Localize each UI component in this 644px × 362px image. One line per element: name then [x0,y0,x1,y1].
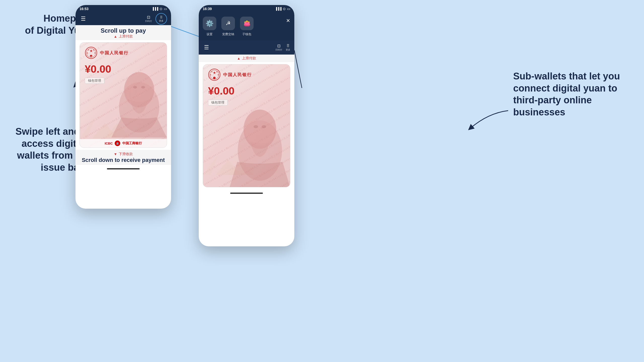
right-wifi-icon: ⊙ [283,7,286,11]
scroll-down-section: ▼ 下滑收款 Scroll down to receive payment [75,150,171,165]
right-signal-icon: ▐▐▐ [275,7,281,11]
svg-point-21 [133,86,137,88]
right-wallet-label: 钱包管理 [208,99,285,106]
svg-text:RMB: RMB [89,56,93,57]
right-battery-icon: ▭ [287,7,290,11]
svg-text:★: ★ [94,52,96,54]
scan-icon[interactable]: ⊡ 扫码付 [145,15,152,23]
phone-left: 16:53 ▐▐▐ ⊙ ▭ ☰ ⊡ 扫码付 ⠿ 更多 Scroll up to … [75,5,171,209]
balance-amount-left: ¥0.00 [85,63,162,75]
balance-section-left: ¥0.00 钱包管理 [80,61,167,86]
svg-point-44 [254,125,258,128]
party-icon: ☭ [221,17,235,30]
svg-text:★: ★ [93,49,94,51]
home-bar-left [107,168,140,169]
dropdown-panel: ⚙️ 设置 ☭ 党费交纳 👛 子钱包 ✕ [199,13,294,40]
scroll-up-english: Scroll up to pay [75,27,171,34]
right-bank-name: 中国人民银行 [223,72,252,78]
icbc-name-left: 中国工商银行 [122,141,142,146]
menu-item-subwallet[interactable]: 👛 子钱包 [240,17,254,36]
bank-name-left: 中国人民银行 [100,50,129,56]
right-scan-icon[interactable]: ⊡ 扫码付 [275,43,282,52]
svg-point-22 [141,86,145,88]
svg-text:★: ★ [87,52,88,54]
battery-icon: ▭ [164,7,167,11]
mao-portrait-right [230,104,290,187]
annotation-subwallets-text: Sub-wallets that let you connect digital… [513,71,620,117]
scroll-up-chinese-row: ▲ 上滑付款 [75,34,171,39]
svg-text:★: ★ [217,74,219,76]
icbc-code: ICBC [105,142,113,145]
right-nav-icons-right: ⊡ 扫码付 ⠿ 更多 [275,43,290,52]
right-status-icons: ▐▐▐ ⊙ ▭ [275,7,290,11]
scroll-down-chinese: 下滑收款 [119,152,133,156]
card-footer-left: ICBC 🏦 中国工商银行 [80,139,167,148]
home-indicator-left [75,165,171,172]
wallet-label-left: 钱包管理 [85,77,162,84]
svg-text:★: ★ [216,71,218,73]
wifi-icon: ⊙ [159,7,163,11]
right-scroll-chinese-row: ▲ 上滑付款 [199,56,294,61]
right-secondary-nav: ☰ ⊡ 扫码付 ⠿ 更多 [199,40,294,55]
right-card-header: ★ ★ ★ ★ ★ 中国人民银行 [203,64,290,83]
card-header-left: ★ ★ ★ ★ ★ RMB 中国人民银行 [80,42,167,61]
left-time: 16:53 [79,7,89,11]
home-bar-right [230,193,263,194]
scroll-down-arrow-icon: ▼ [114,152,117,156]
rmb-card-left: 105¥100元人民币2020 ★ [79,42,167,148]
more-button[interactable]: ⠿ 更多 [155,13,167,25]
party-label: 党费交纳 [222,32,234,36]
right-hamburger-icon[interactable]: ☰ [203,44,210,51]
right-balance-amount: ¥0.00 [208,85,285,97]
right-more-icon[interactable]: ⠿ 更多 [286,43,290,52]
menu-item-settings[interactable]: ⚙️ 设置 [203,17,216,36]
scroll-up-arrow-icon: ▲ [114,34,117,38]
menu-item-party[interactable]: ☭ 党费交纳 [221,17,235,36]
svg-point-45 [262,125,266,128]
home-indicator-right [199,189,294,197]
svg-point-40 [213,77,216,79]
scroll-up-chinese: 上滑付款 [119,34,133,39]
subwallet-label: 子钱包 [242,32,251,36]
scroll-down-english: Scroll down to receive payment [75,157,171,163]
right-scroll-up: ▲ 上滑付款 [199,55,294,62]
scroll-up-section: Scroll up to pay ▲ 上滑付款 [75,25,171,40]
svg-text:★: ★ [213,71,216,75]
arrow-subwallets [463,106,513,136]
icbc-logo-left: 🏦 [115,141,120,146]
close-button[interactable]: ✕ [286,17,290,24]
hamburger-icon[interactable]: ☰ [79,16,87,22]
svg-text:★: ★ [88,49,89,51]
rmb-card-right: 105¥100元人民币2020 ★ ★ ★ ★ ★ [203,64,290,187]
settings-icon: ⚙️ [203,17,216,30]
svg-text:★: ★ [211,71,213,73]
right-scroll-up-arrow: ▲ [237,56,240,60]
annotation-subwallets: Sub-wallets that let you connect digital… [513,70,634,118]
svg-text:★: ★ [90,49,93,53]
right-status-bar: 16:39 ▐▐▐ ⊙ ▭ [199,5,294,13]
subwallet-icon: 👛 [240,17,254,30]
svg-point-43 [245,110,275,146]
right-pboc-seal: ★ ★ ★ ★ ★ [208,68,221,81]
signal-icon: ▐▐▐ [152,7,158,11]
left-status-bar: 16:53 ▐▐▐ ⊙ ▭ [75,5,171,13]
scroll-down-chinese-row: ▼ 下滑收款 [75,152,171,156]
phone-right: 16:39 ▐▐▐ ⊙ ▭ ⚙️ 设置 ☭ 党费交纳 👛 子钱包 ✕ ☰ ⊡ 扫… [199,5,294,246]
right-scroll-up-chinese: 上滑付款 [242,56,256,61]
right-balance-section: ¥0.00 钱包管理 [203,83,290,108]
svg-text:★: ★ [210,74,211,76]
nav-icons-right: ⊡ 扫码付 ⠿ 更多 [145,13,167,25]
settings-label: 设置 [207,32,213,36]
pboc-seal-left: ★ ★ ★ ★ ★ RMB [85,47,97,59]
left-top-nav: ☰ ⊡ 扫码付 ⠿ 更多 [75,13,171,25]
left-status-icons: ▐▐▐ ⊙ ▭ [152,7,167,11]
right-time: 16:39 [203,7,212,11]
